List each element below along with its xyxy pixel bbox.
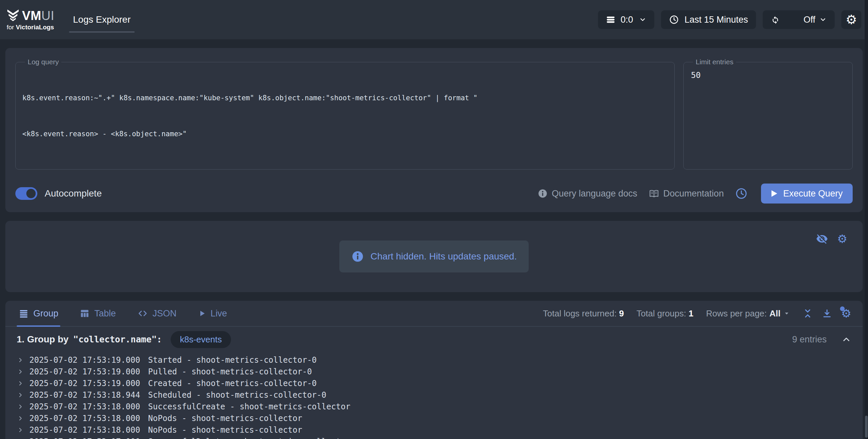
- log-message: Pulled - shoot-metrics-collector-0: [148, 367, 312, 376]
- collapse-all-button[interactable]: [803, 308, 813, 318]
- collapse-group-button[interactable]: [841, 334, 851, 344]
- log-message: Scheduled - shoot-metrics-collector-0: [148, 391, 326, 400]
- total-logs-stat: Total logs returned: 9: [543, 308, 624, 319]
- play-icon: [198, 309, 206, 317]
- tenant-icon: [606, 15, 615, 24]
- log-row[interactable]: 2025-07-02 17:53:18.944 Scheduled - shoo…: [16, 389, 852, 401]
- victoriametrics-logo-icon: [7, 9, 19, 22]
- log-message: Started - shoot-metrics-collector-0: [148, 356, 317, 365]
- table-icon: [80, 308, 90, 318]
- clock-icon: [669, 15, 679, 25]
- chevron-right-icon: [17, 357, 23, 363]
- log-timestamp: 2025-07-02 17:53:18.000: [29, 425, 140, 435]
- log-rows: 2025-07-02 17:53:19.000 Started - shoot-…: [5, 352, 863, 439]
- log-message: Created - shoot-metrics-collector-0: [148, 379, 317, 388]
- group-header: 1. Group by "collector.name": k8s-events…: [5, 327, 863, 352]
- tab-json[interactable]: JSON: [135, 301, 179, 326]
- query-history-button[interactable]: [735, 187, 748, 200]
- chevron-down-icon: [819, 16, 827, 23]
- time-range-button[interactable]: Last 15 Minutes: [661, 10, 756, 29]
- alert-text: Chart hidden. Hits updates paused.: [371, 251, 517, 262]
- app-header: VMUI for VictoriaLogs Logs Explorer 0:0: [0, 0, 868, 39]
- chevron-down-icon: [639, 16, 646, 23]
- chevron-right-icon: [17, 427, 23, 433]
- chevron-right-icon: [17, 380, 23, 386]
- log-row[interactable]: 2025-07-02 17:53:18.000 NoPods - shoot-m…: [16, 424, 852, 436]
- chevron-right-icon: [17, 369, 23, 375]
- history-clock-icon: [735, 187, 748, 200]
- log-timestamp: 2025-07-02 17:53:18.944: [29, 391, 140, 400]
- limit-entries-label: Limit entries: [693, 58, 736, 66]
- limit-entries-field: Limit entries: [683, 58, 852, 170]
- tab-logs-explorer[interactable]: Logs Explorer: [64, 0, 140, 39]
- chart-hidden-alert: Chart hidden. Hits updates paused.: [339, 240, 529, 272]
- log-timestamp: 2025-07-02 17:53:19.000: [29, 379, 140, 388]
- log-row[interactable]: 2025-07-02 17:53:18.000 NoPods - shoot-m…: [16, 412, 852, 424]
- log-query-input[interactable]: k8s.event.reason:~".+" k8s.namespace.nam…: [22, 68, 668, 164]
- autocomplete-label: Autocomplete: [45, 188, 102, 199]
- log-row[interactable]: 2025-07-02 17:53:17.000 SuccessfulDelete…: [16, 436, 852, 439]
- entries-count: 9 entries: [792, 334, 827, 345]
- vmui-logo[interactable]: VMUI for VictoriaLogs: [7, 9, 54, 31]
- log-message: NoPods - shoot-metrics-collector: [148, 414, 302, 423]
- time-range-value: Last 15 Minutes: [684, 15, 748, 25]
- log-row[interactable]: 2025-07-02 17:53:19.000 Started - shoot-…: [16, 354, 852, 366]
- info-icon: [351, 250, 364, 263]
- tenant-selector-button[interactable]: 0:0: [598, 10, 655, 29]
- log-timestamp: 2025-07-02 17:53:18.000: [29, 414, 140, 423]
- execute-query-button[interactable]: Execute Query: [761, 183, 852, 204]
- log-row[interactable]: 2025-07-02 17:53:19.000 Pulled - shoot-m…: [16, 366, 852, 377]
- log-message: SuccessfulCreate - shoot-metrics-collect…: [148, 402, 350, 411]
- documentation-link[interactable]: Documentation: [649, 188, 724, 199]
- hide-chart-button[interactable]: [816, 233, 828, 245]
- tab-group[interactable]: Group: [17, 301, 60, 326]
- tab-live[interactable]: Live: [196, 301, 229, 326]
- log-timestamp: 2025-07-02 17:53:19.000: [29, 367, 140, 376]
- log-query-label: Log query: [25, 58, 61, 66]
- log-timestamp: 2025-07-02 17:53:18.000: [29, 402, 140, 411]
- download-icon: [822, 308, 832, 318]
- caret-down-icon: [783, 310, 790, 317]
- scrollbar[interactable]: [865, 0, 868, 439]
- book-icon: [649, 188, 659, 199]
- chart-panel: ⚙ Chart hidden. Hits updates paused.: [5, 221, 863, 292]
- limit-entries-input[interactable]: [690, 68, 846, 82]
- download-button[interactable]: [822, 308, 832, 318]
- results-tabs-row: Group Table JSON Live Total logs returne…: [5, 301, 863, 327]
- header-controls: 0:0 Last 15 Minutes Off: [598, 10, 861, 29]
- chart-settings-button[interactable]: ⚙: [837, 233, 847, 244]
- results-panel: Group Table JSON Live Total logs returne…: [5, 301, 863, 439]
- results-settings-button[interactable]: ⚙: [841, 308, 851, 319]
- log-row[interactable]: 2025-07-02 17:53:19.000 Created - shoot-…: [16, 377, 852, 389]
- query-panel: Log query k8s.event.reason:~".+" k8s.nam…: [5, 48, 863, 212]
- logo-title-light: UI: [41, 9, 54, 23]
- eye-off-icon: [816, 233, 828, 245]
- code-icon: [137, 308, 148, 319]
- rows-per-page-select[interactable]: Rows per page: All: [706, 308, 790, 319]
- autocomplete-toggle[interactable]: [16, 187, 37, 200]
- toggle-knob: [26, 189, 36, 198]
- log-timestamp: 2025-07-02 17:53:17.000: [29, 437, 140, 439]
- group-by-label: 1. Group by: [17, 334, 69, 345]
- log-row[interactable]: 2025-07-02 17:53:18.000 SuccessfulCreate…: [16, 401, 852, 412]
- log-query-field[interactable]: Log query k8s.event.reason:~".+" k8s.nam…: [16, 58, 675, 170]
- autorefresh-value: Off: [803, 15, 815, 25]
- list-icon: [19, 308, 29, 318]
- chevron-up-icon: [841, 334, 851, 344]
- tenant-value: 0:0: [621, 15, 633, 25]
- collapse-icon: [803, 308, 813, 318]
- results-stats: Total logs returned: 9 Total groups: 1 R…: [543, 308, 851, 319]
- scrollbar-thumb[interactable]: [865, 416, 868, 438]
- autorefresh-button[interactable]: Off: [763, 10, 835, 29]
- notification-dot: [840, 306, 845, 311]
- info-icon: [538, 189, 548, 199]
- global-settings-button[interactable]: ⚙: [841, 10, 861, 29]
- log-message: SuccessfulDelete - shoot-metrics-collect…: [148, 437, 350, 439]
- gear-icon: ⚙: [837, 233, 847, 244]
- chevron-right-icon: [17, 415, 23, 421]
- logo-subtitle: for VictoriaLogs: [7, 24, 54, 31]
- chevron-right-icon: [17, 404, 23, 410]
- query-language-docs-link[interactable]: Query language docs: [538, 189, 637, 199]
- tab-table[interactable]: Table: [78, 301, 118, 326]
- chevron-right-icon: [17, 392, 23, 398]
